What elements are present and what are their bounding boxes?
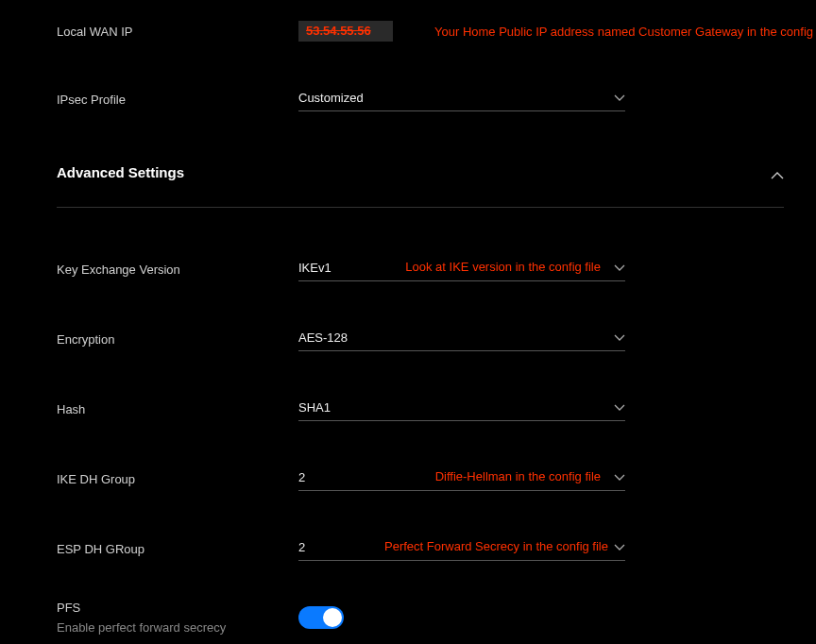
label-esp-dh-group: ESP DH GRoup <box>57 542 298 556</box>
dropdown-key-exchange-version-value: IKEv1 <box>298 261 332 275</box>
chevron-down-icon <box>614 264 625 272</box>
dropdown-ipsec-profile[interactable]: Customized <box>298 87 625 111</box>
dropdown-encryption[interactable]: AES-128 <box>298 327 625 351</box>
row-ipsec-profile: IPsec Profile Customized <box>57 87 782 111</box>
dropdown-ipsec-profile-value: Customized <box>298 91 364 105</box>
annotation-esp-dh-group: Perfect Forward Secrecy in the config fi… <box>384 539 608 553</box>
annotation-local-wan-ip: Your Home Public IP address named Custom… <box>434 25 816 39</box>
label-pfs: PFS <box>57 601 298 615</box>
local-wan-ip-value: 53.54.55.56 <box>306 24 371 38</box>
chevron-up-icon <box>771 168 784 177</box>
annotation-ike-dh-group: Diffie-Hellman in the config file <box>435 469 601 483</box>
dropdown-key-exchange-version[interactable]: IKEv1 Look at IKE version in the config … <box>298 257 625 281</box>
label-encryption: Encryption <box>57 332 298 347</box>
dropdown-esp-dh-group[interactable]: 2 Perfect Forward Secrecy in the config … <box>298 536 625 561</box>
row-hash: Hash SHA1 <box>57 397 784 421</box>
row-local-wan-ip: Local WAN IP 53.54.55.56 Your Home Publi… <box>57 21 782 42</box>
row-esp-dh-group: ESP DH GRoup 2 Perfect Forward Secrecy i… <box>57 536 784 561</box>
row-key-exchange-version: Key Exchange Version IKEv1 Look at IKE v… <box>57 257 784 281</box>
dropdown-ike-dh-group-value: 2 <box>298 470 305 484</box>
dropdown-hash[interactable]: SHA1 <box>298 397 625 421</box>
section-title-advanced-settings: Advanced Settings <box>57 164 184 180</box>
row-ike-dh-group: IKE DH Group 2 Diffie-Hellman in the con… <box>57 466 784 491</box>
chevron-down-icon <box>614 404 625 412</box>
chevron-down-icon <box>614 474 625 482</box>
toggle-pfs[interactable] <box>298 606 344 629</box>
label-hash: Hash <box>57 402 298 416</box>
label-local-wan-ip: Local WAN IP <box>57 25 298 39</box>
dropdown-encryption-value: AES-128 <box>298 330 348 345</box>
chevron-down-icon <box>614 334 625 342</box>
dropdown-hash-value: SHA1 <box>298 400 331 415</box>
sublabel-pfs: Enable perfect forward secrecy <box>57 620 298 635</box>
row-pfs: PFS Enable perfect forward secrecy <box>57 601 784 635</box>
label-block-pfs: PFS Enable perfect forward secrecy <box>57 601 298 635</box>
chevron-down-icon <box>614 544 625 551</box>
control-local-wan-ip: 53.54.55.56 Your Home Public IP address … <box>298 21 816 42</box>
row-encryption: Encryption AES-128 <box>57 327 784 351</box>
dropdown-esp-dh-group-value: 2 <box>298 540 305 554</box>
dropdown-ike-dh-group[interactable]: 2 Diffie-Hellman in the config file <box>298 466 625 491</box>
chevron-down-icon <box>614 94 625 102</box>
advanced-settings-body: Key Exchange Version IKEv1 Look at IKE v… <box>57 257 784 644</box>
label-ike-dh-group: IKE DH Group <box>57 472 298 486</box>
local-wan-ip-input[interactable]: 53.54.55.56 <box>298 21 393 42</box>
toggle-knob <box>323 608 342 627</box>
label-key-exchange-version: Key Exchange Version <box>57 263 298 277</box>
annotation-key-exchange-version: Look at IKE version in the config file <box>405 260 601 274</box>
section-header-advanced-settings[interactable]: Advanced Settings <box>57 164 784 208</box>
label-ipsec-profile: IPsec Profile <box>57 93 298 107</box>
